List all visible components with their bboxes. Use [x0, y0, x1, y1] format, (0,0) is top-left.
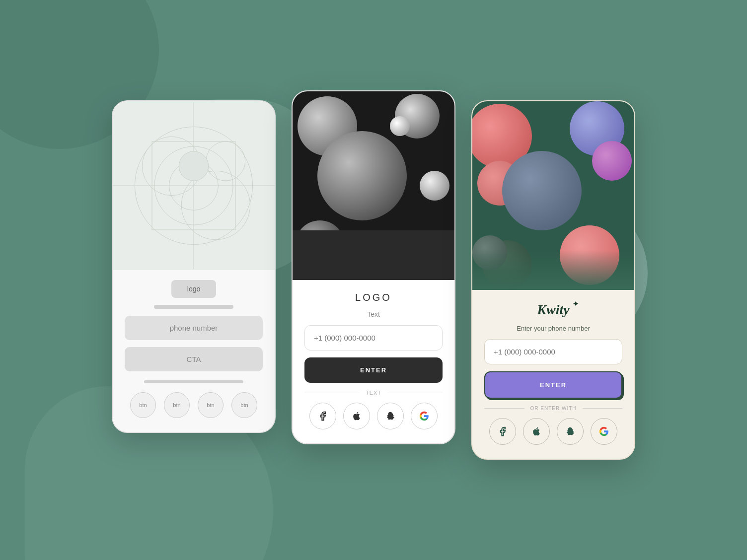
dark-panel — [293, 230, 454, 280]
wireframe-illustration — [113, 101, 275, 270]
wireframe-social-btn-2[interactable]: btn — [164, 392, 190, 418]
dark-divider-line-left — [304, 393, 360, 393]
dark-divider: TEXT — [304, 390, 443, 396]
dark-apple-button[interactable] — [343, 403, 370, 429]
wireframe-cta-button[interactable]: CTA — [125, 347, 263, 371]
kwity-divider-text: OR ENTER WITH — [530, 406, 577, 411]
dark-content: LOGO Text ENTER TEXT — [293, 280, 454, 443]
wireframe-phone-input: phone number — [125, 316, 263, 340]
kwity-google-button[interactable] — [591, 418, 617, 445]
kwity-phone-input[interactable] — [484, 339, 622, 364]
kwity-divider-line-right — [583, 408, 623, 409]
colored-panel — [472, 250, 634, 290]
wireframe-social-btn-1[interactable]: btn — [130, 392, 156, 418]
branded-card: Kwity Enter your phone number ENTER OR E… — [471, 100, 635, 460]
kwity-subtitle: Enter your phone number — [517, 325, 590, 332]
sphere-3 — [317, 131, 407, 220]
wireframe-header — [113, 101, 275, 270]
wireframe-text-placeholder — [154, 305, 233, 309]
kwity-enter-button[interactable]: ENTER — [484, 371, 622, 399]
kwity-apple-button[interactable] — [523, 418, 550, 445]
dark-facebook-button[interactable] — [309, 403, 336, 429]
dark-snapchat-button[interactable] — [377, 403, 404, 429]
wireframe-content: logo phone number CTA btn btn btn btn — [113, 270, 275, 432]
dark-google-button[interactable] — [411, 403, 438, 429]
kwity-logo: Kwity — [537, 302, 569, 318]
dark-logo: LOGO — [355, 292, 392, 303]
svg-point-5 — [206, 141, 245, 181]
sphere-4 — [420, 171, 449, 201]
branded-header — [472, 101, 634, 290]
dark-social-row — [309, 403, 438, 429]
kwity-snapchat-button[interactable] — [557, 418, 584, 445]
dark-divider-line-right — [387, 393, 443, 393]
svg-point-4 — [181, 171, 250, 239]
dark-card: LOGO Text ENTER TEXT — [292, 90, 455, 444]
wireframe-card: logo phone number CTA btn btn btn btn — [112, 100, 276, 433]
wireframe-logo[interactable]: logo — [171, 280, 216, 298]
svg-point-9 — [179, 151, 208, 181]
wireframe-divider — [144, 380, 243, 383]
branded-content: Kwity Enter your phone number ENTER OR E… — [472, 290, 634, 459]
colored-sphere-3 — [592, 141, 632, 181]
phones-container: logo phone number CTA btn btn btn btn — [112, 100, 635, 460]
dark-subtitle: Text — [367, 310, 380, 318]
sphere-7 — [390, 116, 410, 136]
kwity-divider: OR ENTER WITH — [484, 406, 622, 411]
wireframe-social-row: btn btn btn btn — [130, 392, 257, 418]
dark-enter-button[interactable]: ENTER — [304, 357, 443, 383]
branded-spheres-illustration — [472, 101, 634, 290]
dark-header — [293, 91, 454, 280]
colored-sphere-5 — [502, 151, 582, 230]
dark-phone-input[interactable] — [304, 325, 443, 350]
kwity-social-row — [489, 418, 617, 445]
dark-spheres-illustration — [293, 91, 454, 280]
kwity-facebook-button[interactable] — [489, 418, 516, 445]
dark-divider-text: TEXT — [366, 390, 381, 396]
kwity-divider-line-left — [484, 408, 524, 409]
wireframe-social-btn-3[interactable]: btn — [198, 392, 224, 418]
wireframe-social-btn-4[interactable]: btn — [231, 392, 257, 418]
